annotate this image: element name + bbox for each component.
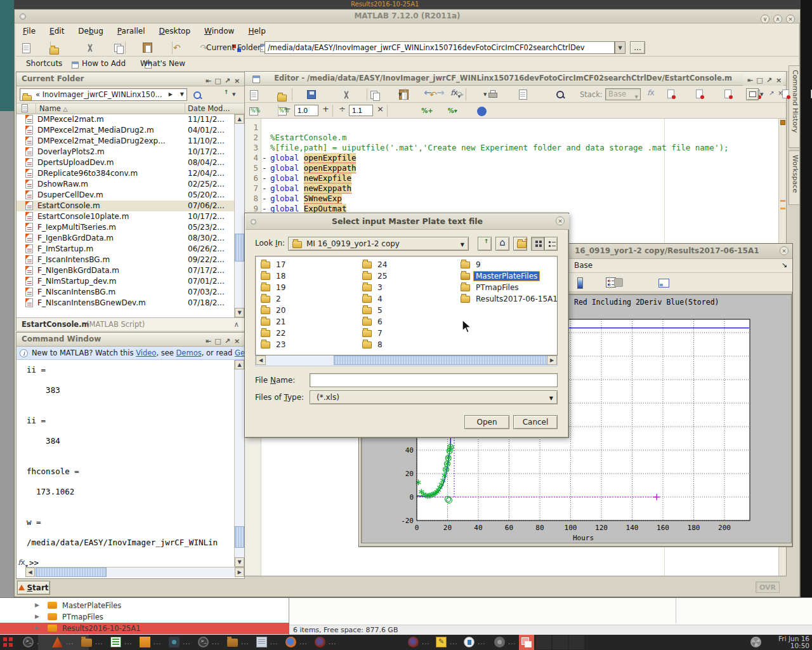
taskbar-item-firefox-dark[interactable]: ... <box>408 635 437 650</box>
tree-item[interactable]: ▶PTmapFiles <box>0 611 289 623</box>
file-row[interactable]: F_NIscanIntensBG.m07/03/2... <box>16 287 234 298</box>
taskbar-item-terminal[interactable]: ... <box>198 635 227 650</box>
code-line[interactable]: 4-global openExpfile <box>245 153 786 163</box>
crumb-expand-arrow[interactable]: ▶ <box>169 91 173 97</box>
dialog-folder-item[interactable]: 8 <box>362 340 462 350</box>
find-icon[interactable] <box>555 90 566 101</box>
figure-menu-base[interactable]: Base <box>574 261 593 270</box>
dialog-folder-item[interactable]: 24 <box>362 260 462 270</box>
menu-window[interactable]: Window <box>197 23 241 39</box>
file-row[interactable]: F_ImStartup.m06/26/2... <box>16 244 234 255</box>
shortcut-how-to-add[interactable]: How to Add <box>82 59 126 68</box>
code-line[interactable]: 1 <box>245 123 786 133</box>
scroll-up-button[interactable]: ▲ <box>235 360 244 369</box>
scroll-right-button[interactable]: ▶ <box>235 567 244 577</box>
getting-started-link[interactable]: Getting Started <box>235 348 244 357</box>
taskbar-clock[interactable]: Fri Jun 16 10:50 <box>778 635 809 649</box>
current-folder-path-input[interactable] <box>265 41 615 54</box>
function-indicator-icon[interactable]: fx <box>647 88 655 97</box>
menu-debug[interactable]: Debug <box>71 23 110 39</box>
dropdown-arrow[interactable]: ▼ <box>398 92 402 97</box>
taskbar-item-libreoffice[interactable]: ... <box>464 635 493 650</box>
taskbar-item-calc[interactable]: ... <box>110 635 140 650</box>
folder-crumb-combo[interactable]: « InovImager_jwrCF_WINLinx150... ▶ ▼ <box>20 88 187 101</box>
expand-arrow-icon[interactable]: ▶ <box>35 625 39 631</box>
taskbar-item-folder-orange[interactable]: ... <box>140 635 169 650</box>
undock-icon[interactable]: ↗ <box>223 74 232 88</box>
open-button[interactable]: Open <box>464 415 509 429</box>
matlab-titlebar[interactable]: MATLAB 7.12.0 (R2011a) ∨∧× <box>15 10 800 23</box>
scrollbar-thumb[interactable] <box>334 355 547 365</box>
file-details-bar[interactable]: EstartConsole.m (MATLAB Script) ∧ <box>16 317 244 331</box>
scroll-left-button[interactable]: ◀ <box>25 567 35 577</box>
video-link[interactable]: Video <box>136 348 156 357</box>
code-line[interactable]: 3%[file,path] = uiputfile('.mat','Create… <box>245 143 786 153</box>
home-button[interactable]: ⌂ <box>495 237 509 251</box>
dialog-folder-item[interactable]: 19 <box>261 283 361 293</box>
code-line[interactable]: 6-global newExpfile <box>245 173 786 183</box>
combo-dropdown-arrow[interactable]: ▼ <box>549 395 553 401</box>
layout-dropdown-arrow[interactable]: ▼ <box>760 92 763 97</box>
open-file-icon[interactable] <box>277 92 289 103</box>
code-line[interactable]: 8-global SWnewExp <box>245 194 786 204</box>
stack-combo[interactable]: Base ▼ <box>605 88 641 100</box>
file-row[interactable]: F_IscanIntensBG.m09/22/2... <box>16 255 234 265</box>
print-options-icon[interactable] <box>518 90 529 101</box>
file-list-scrollbar[interactable]: ▲ ▼ <box>234 114 244 317</box>
dialog-folder-item[interactable]: 22 <box>261 329 361 339</box>
new-folder-button[interactable] <box>513 237 527 251</box>
percent-plus-icon[interactable]: %+ <box>421 106 431 117</box>
back-icon[interactable]: ← <box>424 87 432 98</box>
cancel-button[interactable]: Cancel <box>513 415 558 429</box>
undock-icon[interactable]: ↗ <box>764 74 774 86</box>
file-row[interactable]: F_NImStartup_dev.m07/01/2... <box>16 276 234 287</box>
undo-icon[interactable]: ↶ <box>171 43 182 54</box>
close-editor-icon[interactable]: × <box>778 90 783 96</box>
info-icon[interactable] <box>477 107 488 118</box>
close-icon[interactable]: × <box>232 335 242 348</box>
minimize-button[interactable]: ∨ <box>761 15 769 23</box>
gear-dropdown-arrow[interactable]: ▼ <box>232 92 235 97</box>
scroll-down-button[interactable]: ▼ <box>235 557 244 567</box>
dock-figure-icon[interactable]: ↘ <box>782 261 787 269</box>
file-row[interactable]: DoverlayPlots2.m10/17/2... <box>16 147 234 157</box>
file-row[interactable]: EstartConsole10plate.m10/17/2... <box>16 211 234 222</box>
scrollbar-thumb[interactable] <box>36 567 107 577</box>
new-file-icon[interactable] <box>21 43 32 55</box>
show-plot-tools-icon[interactable] <box>658 279 670 290</box>
name-column-header[interactable]: Name △ <box>39 104 68 113</box>
dialog-folder-item[interactable]: MasterPlateFiles <box>461 272 558 282</box>
dialog-folder-item[interactable]: 7 <box>362 329 462 339</box>
files-of-type-combo[interactable]: (*.xls) ▼ <box>310 390 558 404</box>
dialog-folder-item[interactable]: 21 <box>261 317 361 328</box>
file-row[interactable]: DMPexcel2mat_MediaDrug2.m04/01/2... <box>16 125 234 136</box>
start-button[interactable]: Start <box>17 581 50 595</box>
close-icon[interactable]: × <box>232 74 242 88</box>
continue-icon[interactable] <box>810 90 812 101</box>
dialog-folder-list[interactable]: 17181922021222324253456789MasterPlateFil… <box>255 256 558 355</box>
dialog-folder-item[interactable]: 4 <box>362 295 462 305</box>
insert-colorbar-icon[interactable] <box>576 277 587 289</box>
figure-close-icon[interactable]: × <box>780 246 789 255</box>
forward-icon[interactable]: → <box>436 87 445 98</box>
code-line[interactable]: 5-global openExppath <box>245 163 786 173</box>
file-row[interactable]: F_IgenBkGrdData.m08/30/2... <box>16 233 234 244</box>
editor-header[interactable]: Editor - /media/data/EASY/InovImager_jwr… <box>245 72 786 86</box>
maximize-icon[interactable]: □ <box>755 74 764 86</box>
insert-cell-icon[interactable] <box>249 107 260 118</box>
dialog-titlebar[interactable]: Select input Master Plate text file × <box>246 214 569 230</box>
path-dropdown-button[interactable]: ▼ <box>615 41 625 54</box>
search-icon[interactable] <box>192 90 204 102</box>
dock-left-icon[interactable]: ⇤ <box>204 74 213 88</box>
browse-folder-button[interactable]: ... <box>630 41 645 54</box>
date-column-header[interactable]: Date Mod... <box>188 104 230 113</box>
file-row[interactable]: F_NIscanIntensBGnewDev.m07/18/2... <box>16 298 234 308</box>
demos-link[interactable]: Demos <box>176 348 202 357</box>
expand-arrow-icon[interactable]: ▶ <box>35 602 39 608</box>
save-icon[interactable] <box>307 90 318 102</box>
message-indicator[interactable] <box>780 120 785 125</box>
command-window-panel-header[interactable]: Command Window ⇤□↗× <box>16 333 244 347</box>
dialog-list-hscrollbar[interactable]: ◀ ▶ <box>255 355 558 366</box>
dialog-folder-item[interactable]: 18 <box>261 272 361 282</box>
taskbar-item-folder[interactable]: ... <box>81 635 110 650</box>
